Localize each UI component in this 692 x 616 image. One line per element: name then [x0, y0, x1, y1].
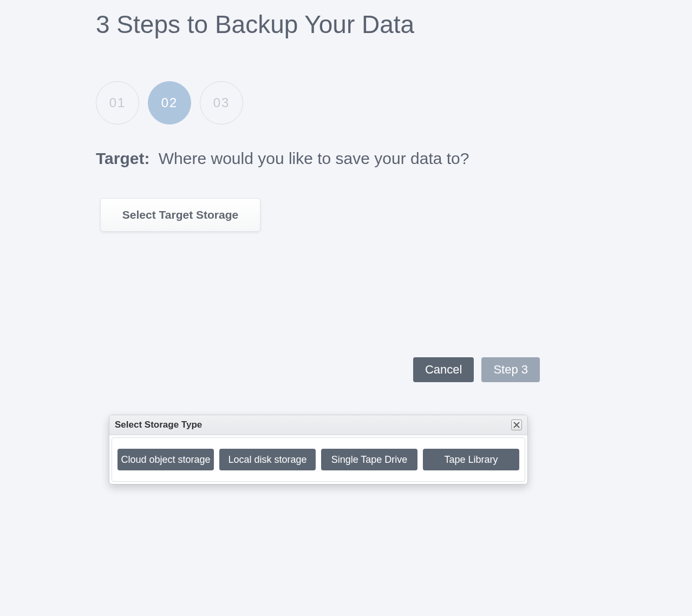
question-text: Where would you like to save your data t…	[159, 149, 469, 167]
page-title: 3 Steps to Backup Your Data	[96, 10, 540, 39]
select-storage-type-dialog: Select Storage Type Cloud object storage…	[109, 415, 528, 484]
question-label: Target:	[96, 149, 149, 167]
select-target-storage-button[interactable]: Select Target Storage	[100, 198, 260, 232]
storage-option-local-disk[interactable]: Local disk storage	[219, 449, 316, 470]
storage-option-cloud[interactable]: Cloud object storage	[117, 449, 214, 470]
step-circle-03[interactable]: 03	[200, 81, 243, 124]
dialog-close-button[interactable]	[511, 420, 522, 430]
storage-option-tape-library[interactable]: Tape Library	[423, 449, 519, 470]
dialog-title: Select Storage Type	[115, 420, 202, 430]
cancel-button[interactable]: Cancel	[413, 357, 474, 382]
step-circle-01[interactable]: 01	[96, 81, 139, 124]
step-circle-02[interactable]: 02	[148, 81, 191, 124]
close-icon	[513, 422, 520, 428]
nav-row: Cancel Step 3	[96, 357, 540, 382]
storage-option-single-tape[interactable]: Single Tape Drive	[321, 449, 417, 470]
step-indicator-row: 01 02 03	[96, 81, 540, 124]
question-row: Target: Where would you like to save you…	[96, 149, 540, 168]
dialog-header: Select Storage Type	[109, 415, 527, 435]
next-step-button[interactable]: Step 3	[481, 357, 540, 382]
storage-options-row: Cloud object storage Local disk storage …	[112, 437, 525, 482]
